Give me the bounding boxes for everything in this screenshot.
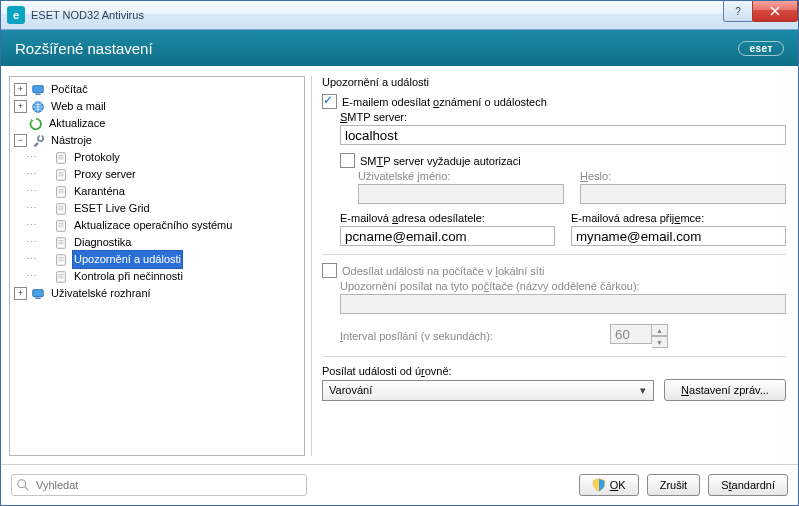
svg-rect-0 (33, 85, 44, 92)
tools-icon (30, 133, 46, 149)
default-button[interactable]: Standardní (708, 474, 788, 496)
chevron-down-icon: ▾ (635, 384, 651, 397)
tree-label: Proxy server (72, 166, 138, 183)
sender-label: E-mailová adresa odesílatele: (340, 212, 555, 224)
search-input[interactable] (34, 478, 302, 492)
tree-node-1[interactable]: +Web a mail (10, 98, 304, 115)
svg-rect-29 (57, 254, 66, 265)
tree-node-4[interactable]: ⋯Protokoly (10, 149, 304, 166)
refresh-icon (28, 116, 44, 132)
message-settings-button[interactable]: Nastavení zpráv... (664, 379, 786, 401)
svg-rect-25 (57, 237, 66, 248)
tree-node-3[interactable]: −Nástroje (10, 132, 304, 149)
password-input (580, 184, 786, 204)
svg-line-40 (25, 487, 29, 491)
section-title: Upozornění a události (322, 76, 786, 88)
email-checkbox[interactable] (322, 94, 337, 109)
tree-node-10[interactable]: ⋯Upozornění a události (10, 251, 304, 268)
tree-node-9[interactable]: ⋯Diagnostika (10, 234, 304, 251)
svg-rect-4 (40, 134, 42, 138)
tree-toggle-icon[interactable]: + (14, 100, 27, 113)
tree-label: Diagnostika (72, 234, 133, 251)
doc-icon (53, 218, 69, 234)
tree-node-7[interactable]: ⋯ESET Live Grid (10, 200, 304, 217)
email-checkbox-label: E-mailem odesílat oznámení o událostech (342, 96, 547, 108)
tree-label: Aktualizace operačního systému (72, 217, 234, 234)
close-button[interactable] (752, 1, 798, 22)
level-label: Posílat události od úrovně: (322, 365, 786, 377)
tree-toggle-icon[interactable]: + (14, 287, 27, 300)
svg-point-39 (18, 480, 26, 488)
tree-label: Protokoly (72, 149, 122, 166)
doc-icon (53, 235, 69, 251)
lan-checkbox-label: Odesílat události na počítače v lokální … (342, 265, 544, 277)
interval-up: ▲ (652, 324, 668, 336)
username-input (358, 184, 564, 204)
tree-toggle-icon[interactable]: − (14, 134, 27, 147)
footer: OK Zrušit Standardní (1, 464, 798, 505)
window-buttons: ? (724, 1, 798, 21)
recipient-input[interactable] (571, 226, 786, 246)
globe-icon (30, 99, 46, 115)
recipient-label: E-mailová adresa přijemce: (571, 212, 786, 224)
search-icon (16, 478, 30, 492)
tree-node-5[interactable]: ⋯Proxy server (10, 166, 304, 183)
tree-node-6[interactable]: ⋯Karanténa (10, 183, 304, 200)
level-select[interactable]: Varování ▾ (322, 380, 654, 401)
tree-toggle-icon[interactable]: + (14, 83, 27, 96)
tree-label: Nástroje (49, 132, 94, 149)
auth-checkbox-label: SMTP server vyžaduje autorizaci (360, 155, 521, 167)
sender-input[interactable] (340, 226, 555, 246)
body: +Počítač+Web a mailAktualizace−Nástroje⋯… (1, 66, 798, 464)
tree-label: Uživatelské rozhraní (49, 285, 153, 302)
svg-rect-13 (57, 186, 66, 197)
svg-rect-37 (33, 289, 44, 296)
svg-rect-17 (57, 203, 66, 214)
tree-label: Kontrola při nečinnosti (72, 268, 185, 285)
svg-rect-21 (57, 220, 66, 231)
lan-row: Odesílat události na počítače v lokální … (322, 263, 786, 278)
doc-icon (53, 252, 69, 268)
titlebar: e ESET NOD32 Antivirus ? (1, 1, 798, 30)
auth-row: SMTP server vyžaduje autorizaci (340, 153, 786, 168)
tree-label: Upozornění a události (72, 250, 183, 269)
doc-icon (53, 150, 69, 166)
password-label: Heslo: (580, 170, 786, 182)
tree-node-0[interactable]: +Počítač (10, 81, 304, 98)
level-value: Varování (329, 384, 372, 396)
computer-icon (30, 286, 46, 302)
content-panel: Upozornění a události E-mailem odesílat … (311, 76, 790, 456)
interval-down: ▼ (652, 336, 668, 348)
shield-icon (592, 478, 606, 492)
smtp-input[interactable] (340, 125, 786, 145)
tree-label: Počítač (49, 81, 90, 98)
tree-node-11[interactable]: ⋯Kontrola při nečinnosti (10, 268, 304, 285)
svg-rect-1 (35, 93, 40, 94)
interval-spinner: ▲ ▼ (610, 324, 670, 348)
computer-icon (30, 82, 46, 98)
ok-button[interactable]: OK (579, 474, 639, 496)
svg-rect-9 (57, 169, 66, 180)
page-title: Rozšířené nastavení (15, 40, 153, 57)
interval-label: Interval posílání (v sekundách): (340, 330, 493, 342)
doc-icon (53, 184, 69, 200)
lan-checkbox[interactable] (322, 263, 337, 278)
smtp-label: SMTP server: (340, 111, 786, 123)
tree-node-8[interactable]: ⋯Aktualizace operačního systému (10, 217, 304, 234)
email-notify-row: E-mailem odesílat oznámení o událostech (322, 94, 786, 109)
search-box[interactable] (11, 474, 307, 496)
tree-node-12[interactable]: +Uživatelské rozhraní (10, 285, 304, 302)
eset-logo: eseт (738, 41, 784, 56)
header-bar: Rozšířené nastavení eseт (1, 30, 798, 66)
help-button[interactable]: ? (723, 1, 753, 22)
svg-rect-5 (57, 152, 66, 163)
lan-targets-label: Upozornění posílat na tyto počítače (náz… (340, 280, 786, 292)
lan-targets-input (340, 294, 786, 314)
cancel-button[interactable]: Zrušit (647, 474, 701, 496)
auth-checkbox[interactable] (340, 153, 355, 168)
username-label: Uživatelské jméno: (358, 170, 564, 182)
advanced-settings-window: e ESET NOD32 Antivirus ? Rozšířené nasta… (0, 0, 799, 506)
tree-node-2[interactable]: Aktualizace (10, 115, 304, 132)
nav-tree[interactable]: +Počítač+Web a mailAktualizace−Nástroje⋯… (9, 76, 305, 456)
sidebar: +Počítač+Web a mailAktualizace−Nástroje⋯… (9, 76, 305, 456)
